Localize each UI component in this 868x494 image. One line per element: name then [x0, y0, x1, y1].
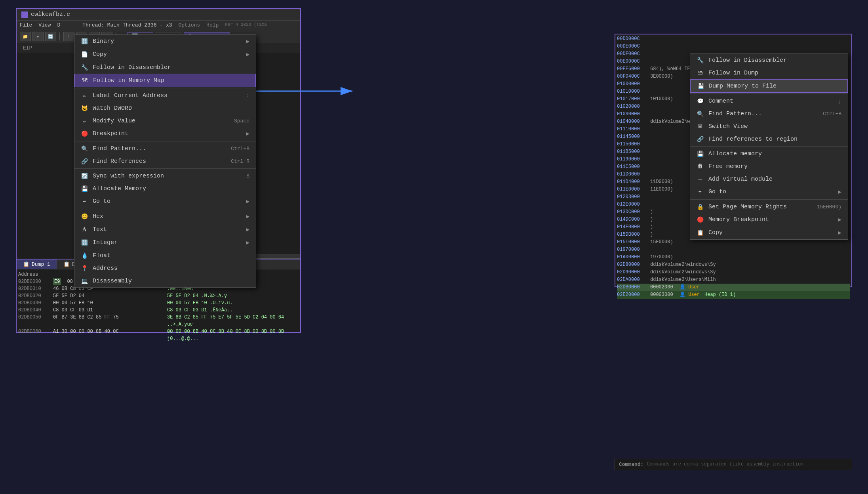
- r-menu-free[interactable]: 🗑 Free memory: [690, 160, 848, 173]
- r-menu-goto[interactable]: ➡️ Go to ▶: [690, 185, 848, 198]
- menu-copy[interactable]: 📄 Copy ▶: [74, 48, 256, 61]
- dump-addr-5: 02DB0050: [18, 314, 50, 328]
- menu-binary-label: Binary: [93, 38, 114, 45]
- r-menu-page-rights[interactable]: 🔒 Set Page Memory Rights 15E0000): [690, 200, 848, 213]
- r-page-rights-icon: 🔒: [697, 203, 704, 210]
- menu-follow-disasm[interactable]: 🔧 Follow in Disassembler: [74, 61, 256, 74]
- left-panel-menubar: File View D Thread: Main Thread 2336 - x…: [17, 21, 300, 30]
- menu-text-label: Text: [93, 226, 107, 233]
- r-menu-follow-dump[interactable]: 🗃 Follow in Dump: [690, 67, 848, 79]
- menu-watch-dword[interactable]: 🐱 Watch DWORD: [74, 102, 256, 114]
- menu-goto[interactable]: ➡️ Go to ▶: [74, 195, 256, 208]
- dump-bytes-3: 00 00 57 EB 10: [53, 299, 164, 307]
- refresh-btn[interactable]: 🔄: [45, 32, 56, 41]
- address-icon: 📍: [81, 265, 88, 272]
- r-menu-dump-file[interactable]: 💾 Dump Memory to File: [690, 79, 848, 93]
- menu-address[interactable]: 📍 Address: [74, 262, 256, 275]
- r-menu-allocate[interactable]: 💾 Allocate memory: [690, 147, 848, 160]
- r-free-label: Free memory: [708, 163, 748, 170]
- menu-integer[interactable]: 🔢 Integer ▶: [74, 236, 256, 249]
- r-follow-disasm-icon: 🔧: [697, 57, 704, 64]
- menu-d[interactable]: D: [57, 22, 60, 28]
- r-sep-2: [690, 146, 848, 147]
- label-shortcut: :: [246, 93, 249, 99]
- r-mem-bp-arrow: ▶: [838, 216, 841, 223]
- r-menu-mem-bp[interactable]: 🔴 Memory Breakpoint ▶: [690, 213, 848, 226]
- up-btn[interactable]: ↑: [63, 32, 74, 41]
- menu-disassembly[interactable]: 💻 Disassembly: [74, 275, 256, 287]
- follow-disasm-icon: 🔧: [81, 64, 88, 71]
- watch-icon: 🐱: [81, 105, 88, 112]
- menu-watch-label: Watch DWORD: [93, 105, 132, 112]
- menu-modify-value[interactable]: ✏️ Modify Value Space: [74, 114, 256, 127]
- copy-arrow: ▶: [246, 51, 249, 58]
- breakpoint-arrow: ▶: [246, 130, 249, 137]
- menu-breakpoint[interactable]: 🔴 Breakpoint ▶: [74, 127, 256, 140]
- binary-arrow: ▶: [246, 38, 249, 45]
- menu-allocate[interactable]: 💾 Allocate Memory: [74, 182, 256, 195]
- menu-text[interactable]: A Text ▶: [74, 223, 256, 236]
- r-page-rights-label: Set Page Memory Rights: [708, 204, 787, 210]
- build-date: Mar 4 2023 (Tita: [225, 22, 267, 28]
- menu-hex[interactable]: 😊 Hex ▶: [74, 210, 256, 223]
- menu-options[interactable]: Options: [179, 22, 200, 28]
- menu-address-label: Address: [93, 265, 118, 272]
- command-label: Command:: [619, 462, 643, 467]
- dump-tab-1[interactable]: 📋 Dump 1: [17, 259, 57, 269]
- menu-integer-label: Integer: [93, 239, 118, 246]
- r-menu-find-pattern[interactable]: 🔍 Find Pattern... Ctrl+B: [690, 107, 848, 120]
- text-icon: A: [81, 226, 88, 233]
- menu-breakpoint-label: Breakpoint: [93, 130, 128, 137]
- dump-col-address: Address: [18, 271, 50, 278]
- menu-view[interactable]: View: [38, 22, 51, 28]
- separator-3: [74, 168, 256, 169]
- follow-mmap-icon: 🗺: [81, 77, 88, 84]
- menu-find-pattern[interactable]: 🔍 Find Pattern... Ctrl+B: [74, 142, 256, 155]
- menu-find-refs-label: Find References: [93, 158, 146, 165]
- r-menu-comment[interactable]: 💬 Comment ;: [690, 95, 848, 107]
- dump-ascii-5: 3E 8B C2 85 FF 75 E7 5F 5E 5D C2 04 00 6…: [167, 314, 299, 328]
- dump-bytes-2: 5F 5E D2 04: [53, 292, 164, 299]
- dump-addr-6: 02DB0060: [18, 328, 50, 342]
- menu-disassembly-label: Disassembly: [93, 278, 132, 284]
- find-refs-shortcut: Ctrl+R: [231, 158, 249, 164]
- menu-binary[interactable]: 🔢 Binary ▶: [74, 35, 256, 48]
- r-menu-follow-disasm[interactable]: 🔧 Follow in Disassembler: [690, 54, 848, 67]
- r-goto-label: Go to: [708, 189, 726, 195]
- menu-modify-label: Modify Value: [93, 118, 135, 124]
- r-menu-switch-view[interactable]: 🖥 Switch View: [690, 120, 848, 133]
- menu-find-refs[interactable]: 🔗 Find References Ctrl+R: [74, 155, 256, 168]
- mm-row-29: 01A000001970000): [617, 254, 850, 261]
- menu-file[interactable]: File: [20, 22, 32, 28]
- modify-icon: ✏️: [81, 117, 88, 124]
- r-mem-bp-label: Memory Breakpoint: [708, 216, 769, 223]
- r-add-virtual-icon: —: [697, 175, 704, 183]
- user-badge-1: 👤 User: [680, 284, 700, 291]
- dump-row-2: 02DB0020 5F 5E D2 04 5F 5E D2 04 .N.%>.A…: [18, 292, 299, 299]
- separator-1: [74, 88, 256, 88]
- r-menu-add-virtual[interactable]: — Add virtual module: [690, 173, 848, 185]
- undo-btn[interactable]: ↩: [32, 32, 44, 41]
- integer-icon: 🔢: [81, 239, 88, 246]
- left-panel: cwlkewfbz.e File View D Thread: Main Thr…: [16, 8, 301, 333]
- menu-allocate-label: Allocate Memory: [93, 185, 146, 192]
- menu-sync-expr[interactable]: 🔄 Sync with expression S: [74, 170, 256, 182]
- menu-follow-memory-map[interactable]: 🗺 Follow in Memory Map: [74, 74, 256, 87]
- r-menu-copy[interactable]: 📋 Copy ▶: [690, 226, 848, 239]
- mm-row-selected-2[interactable]: 02E20000 00003000 👤 User Heap (ID 1): [617, 291, 850, 299]
- breakpoint-icon: 🔴: [81, 130, 88, 137]
- menu-find-pattern-label: Find Pattern...: [93, 145, 146, 152]
- goto-arrow: ▶: [246, 198, 249, 205]
- menu-float[interactable]: 💧 Float: [74, 249, 256, 262]
- folder-btn[interactable]: 📁: [20, 32, 31, 41]
- context-menu-right: 🔧 Follow in Disassembler 🗃 Follow in Dum…: [690, 53, 848, 240]
- mm-row-selected-1[interactable]: 02DB0000 00002000 👤 User: [617, 284, 850, 291]
- user-badge-2: 👤 User: [680, 291, 700, 299]
- allocate-icon: 💾: [81, 185, 88, 192]
- mm-row-30: 02D80000ddiskVolume2\windows\Sy: [617, 261, 850, 269]
- r-menu-find-refs[interactable]: 🔗 Find references to region: [690, 133, 848, 145]
- r-sep-3: [690, 199, 848, 200]
- menu-help[interactable]: Help: [206, 22, 219, 28]
- menu-label-address[interactable]: ✏️ Label Current Address :: [74, 89, 256, 102]
- command-placeholder[interactable]: Commands are comma separated (like assem…: [647, 462, 803, 467]
